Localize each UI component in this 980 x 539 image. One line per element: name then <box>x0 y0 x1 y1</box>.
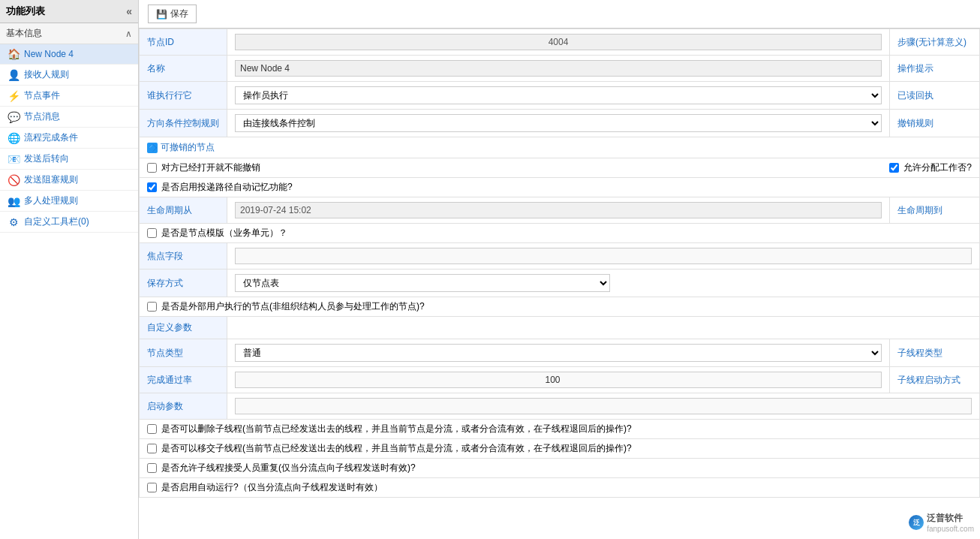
sidebar-item-custom-toolbar[interactable]: ⚙ 自定义工具栏(0) <box>0 212 138 233</box>
allow-assign-checkbox[interactable] <box>889 163 899 173</box>
sidebar-item-label: New Node 4 <box>24 49 74 59</box>
row-focus-field: 焦点字段 <box>140 243 980 270</box>
cancel-rule-link[interactable]: 撤销规则 <box>890 110 980 137</box>
logo-area: 泛 泛普软件 fanpusoft.com <box>909 512 974 533</box>
node-id-label: 节点ID <box>140 29 227 56</box>
save-method-select[interactable]: 仅节点表 全部保存 不保存 <box>235 274 610 292</box>
revocable-row: 🔷 可撤销的节点 <box>147 141 972 154</box>
save-button[interactable]: 💾 保存 <box>148 5 197 23</box>
node-template-label: 是否是节点模版（业务单元）？ <box>161 227 287 239</box>
row-direction: 方向条件控制规则 由连接线条件控制 全部执行 顺序执行 撤销规则 <box>140 110 980 137</box>
form-table: 节点ID 步骤(无计算意义) 名称 操作提示 谁执行行它 <box>139 29 980 498</box>
focus-field-label: 焦点字段 <box>140 243 227 270</box>
sidebar-item-label: 节点事件 <box>24 89 60 102</box>
form-content: 节点ID 步骤(无计算意义) 名称 操作提示 谁执行行它 <box>139 29 980 539</box>
row-revocable: 🔷 可撤销的节点 <box>140 137 980 158</box>
start-param-value-cell <box>227 393 980 420</box>
name-label: 名称 <box>140 56 227 82</box>
sidebar-item-send-block[interactable]: 🚫 发送阻塞规则 <box>0 170 138 191</box>
external-user-checkbox[interactable] <box>147 302 157 312</box>
child-thread-type-link[interactable]: 子线程类型 <box>890 339 980 367</box>
row-move-thread: 是否可以移交子线程(当前节点已经发送出去的线程，并且当前节点是分流，或者分合流有… <box>140 439 980 459</box>
sidebar-item-flow-complete[interactable]: 🌐 流程完成条件 <box>0 128 138 149</box>
direction-select[interactable]: 由连接线条件控制 全部执行 顺序执行 <box>235 114 882 132</box>
sidebar-item-multi-process[interactable]: 👥 多人处理规则 <box>0 191 138 212</box>
save-label: 保存 <box>170 8 188 20</box>
row-save-method: 保存方式 仅节点表 全部保存 不保存 <box>140 270 980 297</box>
sidebar-item-label: 流程完成条件 <box>24 131 78 144</box>
save-method-label: 保存方式 <box>140 270 227 297</box>
delete-thread-checkbox[interactable] <box>147 424 157 434</box>
executor-select[interactable]: 操作员执行 管理员执行 系统执行 <box>235 86 882 104</box>
read-receipt-link[interactable]: 已读回执 <box>890 82 980 110</box>
auto-run-checkbox[interactable] <box>147 483 157 492</box>
save-method-value-cell: 仅节点表 全部保存 不保存 <box>227 270 980 297</box>
logo-icon: 泛 <box>909 515 924 530</box>
direction-value-cell: 由连接线条件控制 全部执行 顺序执行 <box>227 110 890 137</box>
recipient-retry-checkbox[interactable] <box>147 463 157 473</box>
logo-text: 泛普软件 fanpusoft.com <box>927 512 974 533</box>
operation-hint-link[interactable]: 操作提示 <box>890 56 980 82</box>
row-recipient-retry: 是否允许子线程接受人员重复(仅当分流点向子线程发送时有效)? <box>140 459 980 478</box>
executor-label: 谁执行行它 <box>140 82 227 110</box>
sidebar-header: 功能列表 « <box>0 0 138 23</box>
node-type-value-cell: 普通 开始节点 结束节点 分流节点 合流节点 <box>227 339 890 367</box>
chat-icon: 💬 <box>8 111 20 123</box>
globe-icon: 🌐 <box>8 132 20 144</box>
auto-run-label: 是否启用自动运行?（仅当分流点向子线程发送时有效） <box>161 481 383 494</box>
focus-field-input[interactable] <box>235 248 972 264</box>
row-node-type: 节点类型 普通 开始节点 结束节点 分流节点 合流节点 子线程类型 <box>140 339 980 367</box>
sidebar-item-node-event[interactable]: ⚡ 节点事件 <box>0 86 138 107</box>
group-icon: 👥 <box>8 195 20 207</box>
node-type-label: 节点类型 <box>140 339 227 367</box>
move-thread-label: 是否可以移交子线程(当前节点已经发送出去的线程，并且当前节点是分流，或者分合流有… <box>161 442 632 455</box>
sidebar-item-label: 发送阻塞规则 <box>24 173 78 186</box>
routing-memory-label: 是否启用投递路径自动记忆功能? <box>161 181 293 194</box>
save-icon: 💾 <box>156 9 167 20</box>
node-template-group: 是否是节点模版（业务单元）？ <box>147 227 972 239</box>
sidebar-item-label: 节点消息 <box>24 110 60 123</box>
row-name: 名称 操作提示 <box>140 56 980 82</box>
lifecycle-from-label: 生命周期从 <box>140 197 227 224</box>
opposite-open-checkbox[interactable] <box>147 163 157 173</box>
lifecycle-to-label: 生命周期到 <box>890 197 980 224</box>
custom-param-value-cell <box>227 317 980 339</box>
lightning-icon: ⚡ <box>8 90 20 102</box>
completion-rate-label: 完成通过率 <box>140 367 227 393</box>
child-thread-start-link[interactable]: 子线程启动方式 <box>890 367 980 393</box>
auto-run-group: 是否启用自动运行?（仅当分流点向子线程发送时有效） <box>147 481 972 494</box>
start-param-input[interactable] <box>235 398 972 414</box>
row-routing-memory: 是否启用投递路径自动记忆功能? <box>140 178 980 197</box>
row-node-id: 节点ID 步骤(无计算意义) <box>140 29 980 56</box>
revocable-label[interactable]: 可撤销的节点 <box>161 141 215 154</box>
custom-param-label: 自定义参数 <box>140 317 227 339</box>
section-toggle-icon[interactable]: ∧ <box>125 29 132 39</box>
completion-rate-input[interactable] <box>235 372 882 388</box>
steps-link[interactable]: 步骤(无计算意义) <box>890 29 980 56</box>
start-param-label: 启动参数 <box>140 393 227 420</box>
row-external-user: 是否是外部用户执行的节点(非组织结构人员参与处理工作的节点)? <box>140 297 980 317</box>
sidebar-item-label: 多人处理规则 <box>24 194 78 207</box>
sidebar-item-label: 自定义工具栏(0) <box>24 215 89 228</box>
lifecycle-from-value-cell <box>227 197 890 224</box>
collapse-icon[interactable]: « <box>126 5 132 17</box>
external-user-label: 是否是外部用户执行的节点(非组织结构人员参与处理工作的节点)? <box>161 300 425 313</box>
executor-value-cell: 操作员执行 管理员执行 系统执行 <box>227 82 890 110</box>
lifecycle-from-input[interactable] <box>235 202 882 218</box>
row-start-param: 启动参数 <box>140 393 980 420</box>
logo-url: fanpusoft.com <box>927 525 974 533</box>
sidebar-header-icons: « <box>126 5 132 17</box>
sidebar-item-send-redirect[interactable]: 📧 发送后转向 <box>0 149 138 170</box>
row-delete-thread: 是否可以删除子线程(当前节点已经发送出去的线程，并且当前节点是分流，或者分合流有… <box>140 420 980 439</box>
move-thread-checkbox[interactable] <box>147 444 157 453</box>
node-template-checkbox[interactable] <box>147 228 157 238</box>
sidebar-section-header: 基本信息 ∧ <box>0 23 138 44</box>
name-input[interactable] <box>235 60 882 77</box>
routing-memory-checkbox[interactable] <box>147 182 157 192</box>
node-type-select[interactable]: 普通 开始节点 结束节点 分流节点 合流节点 <box>235 344 882 362</box>
sidebar-item-receiver-rule[interactable]: 👤 接收人规则 <box>0 65 138 86</box>
logo-company: 泛普软件 <box>927 512 974 525</box>
sidebar-item-node-message[interactable]: 💬 节点消息 <box>0 107 138 128</box>
sidebar-item-new-node[interactable]: 🏠 New Node 4 <box>0 44 138 65</box>
node-id-input[interactable] <box>235 34 882 50</box>
